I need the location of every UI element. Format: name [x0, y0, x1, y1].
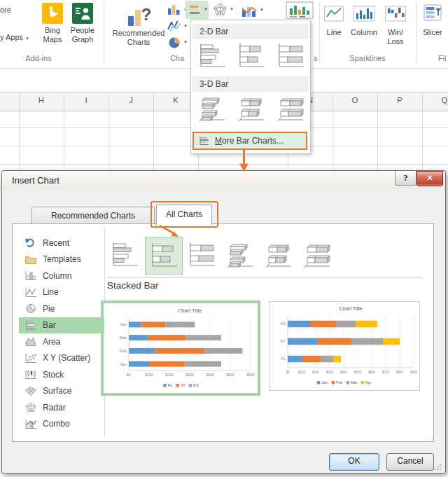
- sidebar-item-label: Line: [43, 287, 59, 297]
- more-bar-charts-icon: [199, 136, 210, 146]
- sidebar-item-label: Stock: [43, 370, 64, 380]
- more-bar-charts-item[interactable]: More Bar Charts...: [192, 132, 307, 150]
- bar-menu-item-3d-stacked-bar[interactable]: [236, 94, 270, 123]
- column-chart-icon: [24, 270, 37, 281]
- subtype-heading: Stacked Bar: [107, 280, 159, 291]
- power-map-icon[interactable]: [286, 1, 314, 19]
- close-button[interactable]: ✕: [416, 171, 443, 186]
- my-apps-button-cut[interactable]: y Apps ▼: [0, 33, 29, 41]
- svg-text:$600: $600: [368, 371, 376, 374]
- column-header[interactable]: J: [108, 96, 153, 104]
- sparkline-winloss-button[interactable]: Win/ Loss: [382, 28, 410, 46]
- ok-button[interactable]: OK: [329, 453, 379, 471]
- sidebar-item-label: Combo: [43, 419, 70, 429]
- slicer-icon[interactable]: [423, 3, 442, 22]
- insert-combo-chart-icon[interactable]: [241, 4, 258, 18]
- recommended-charts-icon[interactable]: ?: [127, 4, 152, 27]
- people-graph-button[interactable]: People Graph: [61, 26, 104, 44]
- close-icon: ✕: [426, 174, 433, 182]
- sparkline-column-icon[interactable]: [352, 5, 376, 23]
- sidebar-item-x-y-scatter[interactable]: X Y (Scatter): [19, 350, 104, 367]
- tours-group-label-cut: s: [312, 54, 319, 62]
- sidebar-item-recent[interactable]: Recent: [19, 235, 104, 251]
- scatter-chart-icon: [24, 353, 37, 364]
- help-button[interactable]: ?: [395, 171, 416, 186]
- subtype-clustered-bar[interactable]: [106, 237, 143, 273]
- people-graph-icon[interactable]: [72, 3, 93, 24]
- svg-text:Mar: Mar: [120, 336, 127, 340]
- svg-text:$500: $500: [354, 371, 362, 374]
- column-header[interactable]: Q: [422, 96, 448, 104]
- cancel-button[interactable]: Cancel: [386, 453, 434, 471]
- sidebar-item-stock[interactable]: Stock: [19, 366, 104, 383]
- resize-grip[interactable]: [435, 463, 442, 470]
- subtype-3d-100pct-stacked-bar[interactable]: [299, 237, 335, 273]
- column-header[interactable]: I: [64, 96, 108, 104]
- slicer-button[interactable]: Slicer: [419, 28, 447, 37]
- insert-line-chart-icon[interactable]: [167, 20, 181, 32]
- store-button-cut[interactable]: ore: [0, 6, 11, 14]
- subtype-3d-stacked-bar[interactable]: [260, 237, 297, 273]
- tab-recommended-charts[interactable]: Recommended Charts: [31, 207, 155, 224]
- sidebar-item-bar[interactable]: Bar: [19, 317, 104, 334]
- sidebar-item-area[interactable]: Area: [19, 333, 104, 350]
- chevron-down-icon[interactable]: ▼: [230, 7, 234, 11]
- bar-menu-item-stacked-bar[interactable]: [236, 41, 270, 71]
- sidebar-item-radar[interactable]: Radar: [19, 399, 104, 416]
- insert-column-chart-icon[interactable]: [167, 4, 181, 15]
- recommended-charts-label-1: Recommended: [105, 29, 172, 38]
- svg-text:?: ?: [141, 5, 152, 24]
- sidebar-item-column[interactable]: Column: [19, 268, 104, 284]
- bar-menu-item-3d-100pct-stacked-bar[interactable]: [275, 94, 309, 123]
- insert-radar-chart-icon[interactable]: [213, 3, 227, 16]
- group-divider: [416, 2, 416, 64]
- svg-text:Chart Title: Chart Title: [178, 307, 202, 314]
- sparkline-column-button[interactable]: Column: [346, 28, 382, 37]
- filters-group-label-cut: Fil: [438, 54, 448, 62]
- bar-menu-item-clustered-bar[interactable]: [197, 41, 230, 71]
- bar-menu-item-3d-clustered-bar[interactable]: [197, 94, 230, 123]
- more-bar-charts-label: More Bar Charts...: [215, 136, 284, 146]
- group-divider: [104, 2, 104, 64]
- chart-preview-selected[interactable]: $0$100$200$300$400$500$600AprMarFebJanCh…: [101, 300, 260, 396]
- bing-maps-icon[interactable]: [42, 3, 63, 24]
- sidebar-item-combo[interactable]: Combo: [19, 416, 104, 433]
- column-header[interactable]: O: [332, 96, 377, 104]
- svg-text:Feb: Feb: [336, 380, 342, 385]
- svg-text:$200: $200: [165, 373, 174, 377]
- bar-chart-dropdown-menu: 2-D Bar 3-D Bar More Bar Charts...: [190, 20, 311, 154]
- sidebar-item-line[interactable]: Line: [19, 284, 104, 301]
- svg-text:$100: $100: [145, 373, 153, 377]
- bar-menu-item-100pct-stacked-bar[interactable]: [275, 41, 309, 71]
- recommended-charts-button[interactable]: Recommended Charts: [105, 29, 172, 47]
- sparkline-line-icon[interactable]: [323, 5, 344, 23]
- sidebar-item-label: Pie: [43, 304, 55, 314]
- sidebar-item-templates[interactable]: Templates: [19, 251, 104, 268]
- sidebar-item-label: Recent: [43, 238, 69, 248]
- column-header[interactable]: P: [377, 96, 422, 104]
- sidebar-item-label: Surface: [43, 386, 71, 396]
- excel-screen: ore y Apps ▼ Bing Maps People Graph Add-…: [0, 0, 448, 477]
- menu-section-3d-bar: 3-D Bar: [192, 76, 309, 92]
- chevron-down-icon[interactable]: ▼: [183, 40, 188, 44]
- tab-all-charts[interactable]: All Charts: [156, 205, 212, 225]
- subtype-stacked-bar-selected[interactable]: [145, 237, 183, 275]
- insert-pie-chart-icon[interactable]: [167, 36, 181, 49]
- area-chart-icon: [24, 336, 37, 347]
- subtype-divider: [106, 277, 423, 278]
- sidebar-item-label: Column: [43, 271, 71, 281]
- chevron-down-icon[interactable]: ▼: [183, 24, 188, 28]
- sidebar-item-pie[interactable]: Pie: [19, 300, 104, 317]
- chevron-down-icon[interactable]: ▼: [260, 8, 264, 12]
- sidebar-item-surface[interactable]: Surface: [19, 383, 104, 400]
- people-graph-label-2: Graph: [61, 35, 104, 44]
- subtype-100pct-stacked-bar[interactable]: [183, 237, 220, 273]
- insert-bar-chart-button[interactable]: ▼: [186, 1, 209, 19]
- sparkline-winloss-icon[interactable]: [384, 5, 407, 23]
- subtype-3d-clustered-bar[interactable]: [222, 237, 258, 273]
- svg-text:KS: KS: [193, 383, 199, 387]
- dialog-titlebar[interactable]: [2, 171, 445, 189]
- svg-text:$100: $100: [298, 371, 306, 374]
- column-header[interactable]: H: [19, 96, 64, 104]
- chart-preview-alt[interactable]: $0$100$200$300$400$500$600$700$800$900KS…: [269, 301, 420, 391]
